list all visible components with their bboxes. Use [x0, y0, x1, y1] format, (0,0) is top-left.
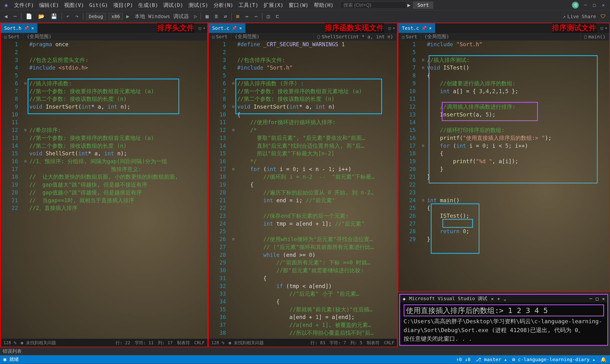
admin-icon[interactable]: 🛡	[598, 13, 607, 20]
start-nodebug-icon[interactable]: ▷	[194, 13, 197, 19]
close-icon[interactable]: ✕	[602, 2, 605, 8]
editor-pane-sort-c: Sort.c📌✕ 排序函数实现文件 ◫▾ Sort (全局范围) ⬯ Shell…	[208, 23, 398, 348]
nav-scope[interactable]: (全局范围)	[421, 33, 581, 41]
close-icon[interactable]: ✕	[491, 296, 494, 302]
annotation-label: 排序头文件	[157, 23, 194, 33]
menu-item[interactable]: 视图(V)	[62, 1, 87, 9]
git-changes[interactable]: ↑0 ↓0	[456, 357, 470, 362]
tab-test-c[interactable]: Test.c📌✕	[398, 23, 435, 33]
sort-button[interactable]: Sort	[413, 1, 433, 9]
start-debug-icon[interactable]: ▶	[126, 13, 130, 19]
tab-sort-c[interactable]: Sort.c📌✕	[209, 23, 246, 33]
minimize-icon[interactable]: ─	[584, 2, 587, 8]
tb-icon-2[interactable]: ≣	[213, 13, 220, 20]
pin-icon[interactable]: 📌	[24, 26, 29, 30]
menu-item[interactable]: 项目(P)	[111, 1, 136, 9]
status-line: 128 %◉ 未找到相关问题 行: 22字符: 11列: 17制表符CRLF	[1, 339, 207, 347]
config-dropdown[interactable]: Debug	[86, 13, 106, 20]
status-ready: ▣ 就绪	[4, 356, 19, 363]
undo-icon[interactable]: ↶	[65, 13, 71, 20]
annotation-label: 排序函数实现文件	[325, 23, 384, 33]
code-editor[interactable]: 1567891011121314151617181920212223242526…	[398, 40, 609, 291]
tb-icon-1[interactable]: ▦	[204, 13, 210, 20]
minimize-icon[interactable]: ─	[589, 296, 592, 302]
menubar: ◈ 文件(F)编辑(E)视图(V)Git(G)项目(P)生成(B)调试(D)测试…	[0, 0, 610, 11]
nav-project[interactable]: Sort	[1, 33, 23, 41]
menu-item[interactable]: 扩展(X)	[261, 1, 286, 9]
statusbar: ▣ 就绪 ↑0 ↓0 ⎇ master ▴ ⊞ c-language-learn…	[0, 355, 610, 364]
menu-item[interactable]: Git(G)	[87, 1, 111, 9]
tb-icon-5[interactable]: ↔	[244, 13, 250, 20]
new-tab-icon[interactable]: +	[497, 296, 500, 302]
git-repo[interactable]: ⊞ c-language-learning-diary ▴	[512, 357, 595, 362]
vs-icon: ◈	[403, 296, 405, 302]
toolbar: ◀ ─ 📄 📂 💾 ↶ ↷ Debug x86 ▶ 本地 Windows 调试器…	[0, 11, 610, 23]
back-icon[interactable]: ◀	[3, 13, 9, 20]
nav-func[interactable]: ⬯ ShellSort(int * a, int n)	[314, 33, 397, 41]
tb-icon-3[interactable]: ⇄	[222, 13, 229, 20]
maximize-icon[interactable]: ▢	[593, 2, 596, 8]
menu-item[interactable]: 编辑(E)	[37, 1, 62, 9]
code-editor[interactable]: 12345678910111213141516171819202122 ⊟⊟⊟ …	[1, 40, 207, 339]
menu-item[interactable]: 生成(B)	[136, 1, 161, 9]
tb-icon-6[interactable]: ⋯	[253, 13, 260, 20]
avatar[interactable]: 培	[572, 2, 579, 9]
dropdown-icon[interactable]: ▾	[203, 26, 205, 30]
close-window-icon[interactable]: ✕	[602, 296, 605, 302]
annotation-label: 排序测试文件	[552, 23, 596, 33]
tb-icon-7[interactable]: ◫	[265, 13, 272, 20]
menu-item[interactable]: 窗口(W)	[286, 1, 311, 9]
platform-dropdown[interactable]: x86	[109, 13, 123, 20]
open-icon[interactable]: 📂	[37, 13, 46, 20]
bottom-tabs[interactable]: 错误列表	[0, 347, 610, 355]
menu-item[interactable]: 调试(D)	[161, 1, 186, 9]
save-icon[interactable]: 💾	[49, 13, 59, 20]
nav-scope[interactable]: (全局范围)	[231, 33, 313, 41]
editor-pane-test-c: Test.c📌✕ 排序测试文件 ◫▾ Sort (全局范围) ⬯ main() …	[398, 23, 610, 348]
nav-func[interactable]: ⬯ main()	[581, 33, 609, 41]
debug-console: ◈ Microsoft Visual Studio 调试 ✕ + ⌄ ─ ▢ ✕…	[399, 294, 608, 346]
nav-project[interactable]: Sort	[398, 33, 421, 41]
nav-project[interactable]: Sort	[209, 33, 231, 41]
editor-pane-sort-h: Sort.h📌✕ 排序头文件 ◫▾ Sort (全局范围) 1234567891…	[0, 23, 208, 348]
code-editor[interactable]: 1234567891011121314151617181920212223242…	[209, 40, 397, 339]
forward-icon[interactable]: ─	[12, 13, 18, 20]
menu-item[interactable]: 测试(S)	[186, 1, 211, 9]
menu-item[interactable]: 工具(T)	[236, 1, 261, 9]
git-branch[interactable]: ⎇ master ▴	[476, 357, 507, 362]
new-icon[interactable]: 📄	[24, 13, 34, 20]
split-icon[interactable]: ◫	[198, 26, 201, 30]
redo-icon[interactable]: ↷	[74, 13, 80, 20]
tb-icon-8[interactable]: ⊏	[274, 13, 281, 20]
vs-logo-icon: ◈	[2, 1, 11, 9]
debugger-label[interactable]: 本地 Windows 调试器	[133, 12, 191, 21]
tab-sort-h[interactable]: Sort.h📌✕	[1, 23, 38, 33]
nav-scope[interactable]: (全局范围)	[23, 33, 207, 41]
close-icon[interactable]: ✕	[31, 26, 34, 30]
console-title: Microsoft Visual Studio 调试	[409, 295, 488, 302]
menu-item[interactable]: 分析(N)	[211, 1, 236, 9]
tb-icon-4[interactable]: ⊞	[234, 13, 241, 20]
menu-item[interactable]: 帮助(H)	[311, 1, 336, 9]
console-output: C:\Users\高高的胖子\Desktop\学习资料\码云\c-languag…	[404, 317, 604, 343]
notifications-icon[interactable]: 🔔	[600, 357, 606, 362]
search-go-icon[interactable]: ▶	[407, 2, 410, 8]
search-input[interactable]	[340, 2, 406, 9]
console-output-highlight: 使用直接插入排序后的数组:> 1 2 3 4 5	[404, 304, 604, 316]
maximize-icon[interactable]: ▢	[596, 296, 598, 302]
menu-item[interactable]: 文件(F)	[12, 1, 37, 9]
liveshare-button[interactable]: ↗ Live Share	[563, 13, 596, 19]
